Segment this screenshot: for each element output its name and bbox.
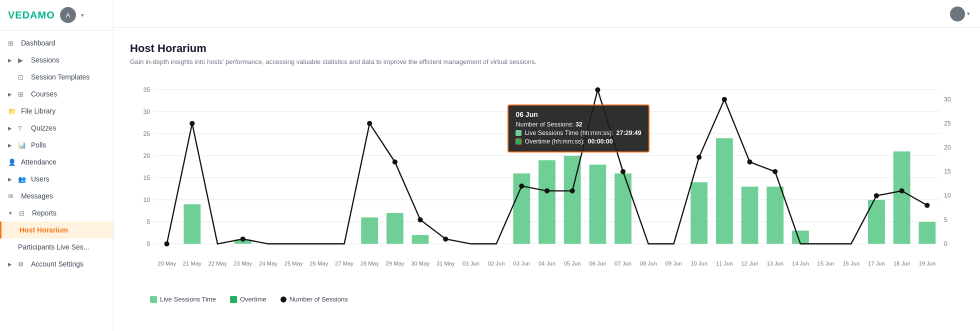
svg-text:01 Jun: 01 Jun: [462, 260, 480, 266]
svg-text:22 May: 22 May: [208, 260, 227, 266]
svg-text:20 May: 20 May: [158, 260, 176, 266]
svg-text:10 Jun: 10 Jun: [690, 260, 708, 266]
chart-legend: Live Sessions Time Overtime Number of Se…: [130, 296, 964, 303]
sidebar-item-quizzes[interactable]: ▶?Quizzes: [0, 120, 114, 136]
nav-icon-sessions: ▶: [18, 56, 26, 64]
y-axis-left: 05101520253035: [143, 86, 150, 248]
nav-icon-polls: 📊: [18, 142, 26, 149]
sidebar-item-courses[interactable]: ▶⊞Courses: [0, 86, 114, 102]
svg-text:23 May: 23 May: [234, 260, 252, 266]
svg-rect-31: [589, 164, 606, 244]
nav-label-participants-live: Participants Live Ses...: [18, 243, 89, 251]
brand-logo: VEDAMO: [8, 10, 55, 21]
page-title: Host Horarium: [130, 42, 964, 55]
svg-text:03 Jun: 03 Jun: [513, 260, 530, 266]
nav-arrow-quizzes: ▶: [8, 126, 12, 131]
nav-arrow-courses: ▶: [8, 92, 12, 97]
nav-label-quizzes: Quizzes: [31, 124, 56, 132]
sidebar-item-dashboard[interactable]: ⊞Dashboard: [0, 34, 114, 52]
legend-overtime-label: Overtime: [240, 296, 266, 303]
svg-text:09 Jun: 09 Jun: [666, 260, 682, 266]
legend-overtime: Overtime: [230, 296, 266, 303]
svg-text:11 Jun: 11 Jun: [716, 260, 733, 266]
svg-point-54: [722, 97, 727, 102]
svg-point-53: [696, 154, 702, 160]
nav-label-host-horarium: Host Horarium: [20, 226, 68, 234]
sidebar-item-attendance[interactable]: 👤Attendance: [0, 154, 114, 170]
chart-svg: 05101520253035 051015202530 20 May21 May…: [130, 80, 964, 270]
svg-text:18 Jun: 18 Jun: [894, 260, 910, 266]
sidebar-item-host-horarium[interactable]: Host Horarium: [0, 222, 114, 238]
svg-rect-27: [412, 235, 429, 244]
chart-container: 05101520253035 051015202530 20 May21 May…: [130, 80, 964, 290]
legend-sessions-dot: [280, 296, 286, 302]
svg-text:0: 0: [944, 240, 948, 248]
svg-text:10: 10: [944, 192, 951, 199]
legend-sessions-label: Number of Sessions: [290, 296, 348, 303]
svg-point-59: [924, 202, 930, 208]
nav-label-session-templates: Session Templates: [31, 73, 90, 81]
svg-rect-29: [538, 160, 556, 244]
global-avatar-dropdown[interactable]: ▾: [967, 10, 970, 17]
svg-text:10: 10: [143, 196, 150, 204]
svg-point-47: [443, 236, 448, 242]
svg-text:19 Jun: 19 Jun: [918, 260, 936, 266]
global-avatar[interactable]: [950, 6, 965, 22]
svg-rect-23: [184, 204, 200, 244]
sidebar-item-reports[interactable]: ▼⊟Reports: [0, 204, 114, 222]
sidebar-item-sessions[interactable]: ▶▶Sessions: [0, 52, 114, 68]
svg-point-48: [519, 184, 524, 188]
svg-point-50: [570, 188, 575, 194]
svg-text:31 May: 31 May: [436, 260, 455, 266]
svg-text:15: 15: [944, 168, 951, 175]
svg-text:17 Jun: 17 Jun: [868, 260, 885, 266]
svg-text:07 Jun: 07 Jun: [614, 260, 632, 266]
svg-text:25: 25: [143, 130, 150, 138]
svg-text:13 Jun: 13 Jun: [766, 260, 784, 266]
svg-text:24 May: 24 May: [259, 260, 278, 266]
sidebar-item-users[interactable]: ▶👥Users: [0, 170, 114, 188]
sidebar-item-account-settings[interactable]: ▶⚙Account Settings: [0, 256, 114, 272]
nav-arrow-users: ▶: [8, 176, 12, 182]
nav-label-sessions: Sessions: [31, 56, 60, 64]
avatar-dropdown-icon[interactable]: ▾: [81, 12, 84, 18]
svg-point-57: [874, 193, 879, 198]
user-avatar[interactable]: A: [60, 7, 76, 23]
page-description: Gain in-depth insights into hosts' perfo…: [130, 58, 964, 66]
svg-text:26 May: 26 May: [310, 260, 328, 266]
svg-rect-26: [386, 213, 404, 244]
legend-live-label: Live Sessions Time: [160, 296, 216, 303]
svg-point-46: [418, 217, 422, 222]
svg-rect-34: [716, 138, 733, 244]
legend-sessions: Number of Sessions: [280, 296, 348, 303]
svg-rect-32: [614, 174, 632, 244]
svg-text:25 May: 25 May: [284, 260, 303, 266]
sidebar-item-messages[interactable]: ✉Messages: [0, 188, 114, 204]
svg-text:5: 5: [944, 216, 948, 224]
legend-live-swatch: [150, 296, 157, 303]
nav-arrow-account-settings: ▶: [8, 262, 12, 267]
svg-rect-36: [766, 186, 784, 244]
nav-icon-users: 👥: [18, 176, 26, 183]
x-axis-labels: 20 May21 May22 May23 May24 May25 May26 M…: [158, 260, 936, 266]
sidebar-item-file-library[interactable]: 📁File Library: [0, 102, 114, 120]
nav-icon-account-settings: ⚙: [18, 260, 26, 268]
svg-text:30: 30: [143, 108, 150, 116]
svg-rect-39: [894, 152, 910, 244]
sidebar-nav: ⊞Dashboard▶▶Sessions⊡Session Templates▶⊞…: [0, 30, 114, 331]
sidebar-item-polls[interactable]: ▶📊Polls: [0, 136, 114, 154]
sidebar: VEDAMO A ▾ ⊞Dashboard▶▶Sessions⊡Session …: [0, 0, 114, 331]
nav-icon-attendance: 👤: [8, 158, 16, 166]
svg-point-55: [747, 160, 752, 164]
svg-text:28 May: 28 May: [360, 260, 379, 266]
nav-label-file-library: File Library: [21, 107, 56, 115]
svg-point-41: [164, 242, 170, 246]
nav-label-polls: Polls: [31, 141, 46, 149]
svg-point-51: [595, 87, 600, 92]
legend-overtime-swatch: [230, 296, 237, 303]
sidebar-item-session-templates[interactable]: ⊡Session Templates: [0, 68, 114, 86]
svg-text:08 Jun: 08 Jun: [640, 260, 657, 266]
svg-text:20: 20: [944, 144, 951, 151]
sidebar-item-participants-live[interactable]: Participants Live Ses...: [0, 238, 114, 256]
svg-text:20: 20: [143, 152, 150, 160]
